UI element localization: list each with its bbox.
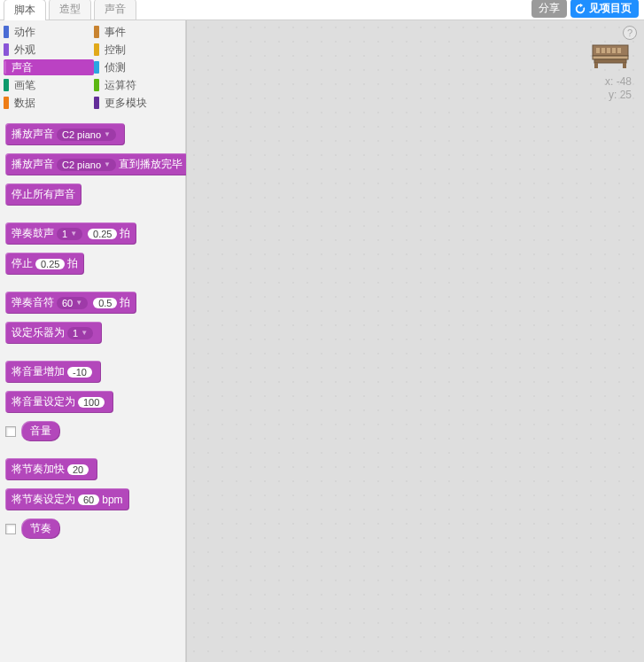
category-sound[interactable]: 声音 bbox=[4, 59, 94, 75]
svg-rect-8 bbox=[612, 48, 616, 53]
category-motion[interactable]: 动作 bbox=[4, 24, 94, 40]
input-tempo-change[interactable]: 20 bbox=[67, 464, 89, 475]
input-beats[interactable]: 0.25 bbox=[35, 259, 65, 269]
input-beats[interactable]: 0.25 bbox=[88, 229, 117, 239]
svg-rect-9 bbox=[617, 48, 621, 53]
category-pen[interactable]: 画笔 bbox=[4, 77, 94, 93]
tab-scripts[interactable]: 脚本 bbox=[4, 0, 46, 20]
block-palette[interactable]: 播放声音C2 piano▼ 播放声音C2 piano▼直到播放完毕 停止所有声音… bbox=[0, 118, 185, 539]
category-list: 动作 外观 声音 画笔 数据 事件 控制 侦测 运算符 更多模块 bbox=[0, 20, 185, 118]
see-project-button[interactable]: 见项目页 bbox=[570, 0, 639, 18]
dropdown-instrument[interactable]: 1▼ bbox=[67, 327, 93, 339]
block-change-volume[interactable]: 将音量增加-10 bbox=[5, 361, 101, 383]
block-set-instrument[interactable]: 设定乐器为1▼ bbox=[5, 322, 102, 344]
svg-rect-4 bbox=[623, 63, 626, 68]
category-sensing[interactable]: 侦测 bbox=[94, 59, 184, 75]
reporter-volume[interactable]: 音量 bbox=[21, 421, 60, 441]
block-play-note[interactable]: 弹奏音符60▼0.5拍 bbox=[5, 292, 136, 314]
category-events[interactable]: 事件 bbox=[94, 24, 184, 40]
chevron-down-icon: ▼ bbox=[70, 230, 77, 238]
block-play-sound-until-done[interactable]: 播放声音C2 piano▼直到播放完毕 bbox=[5, 153, 189, 175]
input-tempo[interactable]: 60 bbox=[78, 495, 99, 505]
dropdown-sound[interactable]: C2 piano▼ bbox=[57, 129, 116, 141]
block-play-drum[interactable]: 弹奏鼓声1▼0.25拍 bbox=[5, 222, 136, 245]
dropdown-drum[interactable]: 1▼ bbox=[57, 228, 82, 240]
help-icon[interactable]: ? bbox=[623, 26, 637, 40]
input-volume-change[interactable]: -10 bbox=[67, 367, 92, 378]
category-operators[interactable]: 运算符 bbox=[94, 77, 184, 93]
svg-rect-7 bbox=[607, 48, 610, 53]
reporter-tempo[interactable]: 节奏 bbox=[21, 518, 60, 539]
category-more[interactable]: 更多模块 bbox=[94, 95, 184, 111]
scripts-area[interactable]: ? x: -48 y: 25 bbox=[186, 20, 644, 662]
chevron-down-icon: ▼ bbox=[81, 329, 88, 337]
checkbox-volume-monitor[interactable] bbox=[5, 426, 16, 437]
tab-sounds[interactable]: 声音 bbox=[94, 0, 136, 19]
checkbox-tempo-monitor[interactable] bbox=[5, 524, 16, 534]
sprite-thumbnail-piano[interactable] bbox=[591, 42, 630, 70]
tab-costumes[interactable]: 造型 bbox=[49, 0, 91, 19]
see-project-label: 见项目页 bbox=[589, 1, 632, 16]
svg-rect-1 bbox=[593, 56, 628, 59]
chevron-down-icon: ▼ bbox=[104, 130, 111, 138]
svg-rect-3 bbox=[594, 63, 598, 68]
block-set-volume[interactable]: 将音量设定为100 bbox=[5, 391, 113, 413]
category-control[interactable]: 控制 bbox=[94, 42, 184, 58]
input-beats[interactable]: 0.5 bbox=[93, 298, 117, 308]
block-play-sound[interactable]: 播放声音C2 piano▼ bbox=[5, 123, 125, 145]
mouse-coordinates: x: -48 y: 25 bbox=[605, 75, 632, 102]
block-palette-panel: 动作 外观 声音 画笔 数据 事件 控制 侦测 运算符 更多模块 播放声音C2 … bbox=[0, 20, 186, 662]
chevron-down-icon: ▼ bbox=[104, 160, 111, 168]
svg-rect-2 bbox=[594, 59, 626, 63]
block-change-tempo[interactable]: 将节奏加快20 bbox=[5, 458, 97, 480]
tab-bar: 脚本 造型 声音 分享 见项目页 bbox=[0, 0, 644, 20]
refresh-icon bbox=[574, 3, 586, 15]
top-right-controls: 分享 见项目页 bbox=[531, 0, 644, 18]
input-volume[interactable]: 100 bbox=[78, 397, 105, 408]
block-rest[interactable]: 停止0.25拍 bbox=[5, 253, 84, 275]
svg-rect-6 bbox=[601, 48, 605, 53]
category-looks[interactable]: 外观 bbox=[4, 42, 94, 58]
svg-rect-5 bbox=[596, 48, 600, 53]
category-data[interactable]: 数据 bbox=[4, 95, 94, 111]
block-set-tempo[interactable]: 将节奏设定为60bpm bbox=[5, 488, 129, 510]
share-button[interactable]: 分享 bbox=[531, 0, 567, 18]
chevron-down-icon: ▼ bbox=[75, 299, 82, 307]
dropdown-note[interactable]: 60▼ bbox=[57, 297, 88, 309]
block-stop-all-sounds[interactable]: 停止所有声音 bbox=[5, 183, 81, 206]
dropdown-sound[interactable]: C2 piano▼ bbox=[57, 159, 116, 171]
